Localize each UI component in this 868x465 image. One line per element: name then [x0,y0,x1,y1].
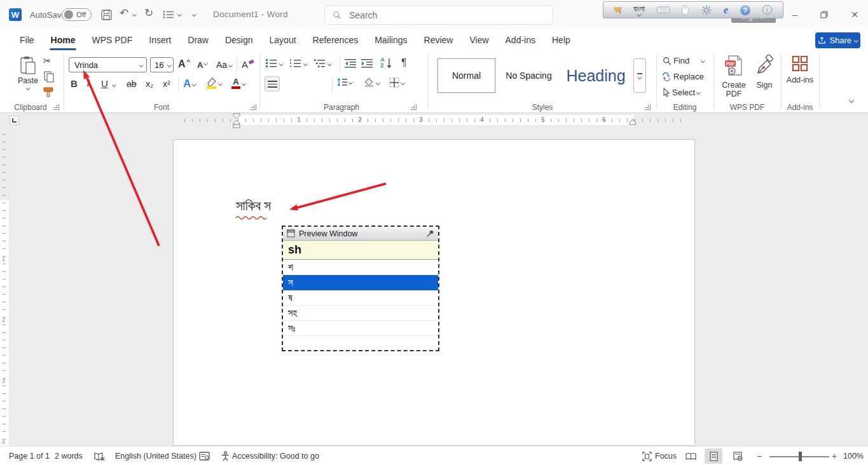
font-name-combo[interactable]: Vrinda [69,57,147,72]
share-button[interactable]: Share [815,32,860,48]
avro-info-icon[interactable]: i [762,5,772,15]
clear-formatting-button[interactable]: A [242,59,254,70]
restore-button[interactable] [810,0,838,29]
preview-option[interactable]: সঃ [283,321,438,336]
read-mode-button[interactable] [682,448,699,464]
tab-draw[interactable]: Draw [179,30,217,50]
save-icon[interactable] [101,10,112,20]
word-count[interactable]: 2 words [55,447,83,465]
web-layout-button[interactable] [729,448,747,464]
avro-logo-icon[interactable]: অ [614,4,621,17]
editor-settings-icon[interactable] [199,452,210,461]
tab-references[interactable]: References [305,30,367,50]
tab-layout[interactable]: Layout [261,30,305,50]
redo-button[interactable]: ↻ [144,8,153,18]
bullet-list-qat-icon[interactable] [163,10,174,19]
preview-option[interactable]: শ [283,260,438,275]
find-button[interactable]: Find [663,56,705,65]
borders-button[interactable] [389,78,404,88]
sort-button[interactable]: AZ [380,57,392,69]
qat-more-icon[interactable] [192,12,196,16]
underline-button[interactable]: U [101,78,108,89]
minimize-button[interactable]: – [781,0,809,29]
tab-help[interactable]: Help [544,30,579,50]
tab-home[interactable]: Home [43,30,84,50]
styles-dialog-launcher[interactable] [645,104,651,110]
bullets-button[interactable] [266,58,277,68]
tab-add-ins[interactable]: Add-ins [497,30,544,50]
strikethrough-button[interactable]: ab [127,79,137,89]
zoom-out-button[interactable]: − [757,447,762,465]
replace-button[interactable]: Replace [661,72,704,81]
preview-option[interactable]: সহ [283,306,438,321]
avro-settings-gear-icon[interactable] [701,5,712,15]
tab-selector[interactable] [10,116,19,125]
document-text[interactable]: সাকিব স [236,198,271,214]
tab-view[interactable]: View [461,30,497,50]
style-heading[interactable]: Heading [561,58,631,93]
avro-keyboard-icon[interactable] [657,6,670,13]
multilevel-dropdown-icon[interactable] [327,62,331,65]
autosave-toggle[interactable]: Off [62,8,92,21]
tab-mailings[interactable]: Mailings [366,30,415,50]
proofing-error-icon[interactable] [94,452,105,461]
preview-window-titlebar[interactable]: Preview Window [283,227,438,241]
increase-indent-button[interactable] [361,58,373,68]
preview-option[interactable]: ষ [283,290,438,306]
numbering-dropdown-icon[interactable] [303,62,307,65]
create-pdf-button[interactable]: PDF Create PDF [719,55,749,99]
avro-ie-icon[interactable]: e [724,4,729,17]
superscript-button[interactable]: x² [163,79,170,89]
search-box[interactable] [324,5,553,25]
avro-mouse-icon[interactable] [681,5,689,15]
change-case-button[interactable]: Aa [216,60,232,70]
style-normal[interactable]: Normal [437,58,495,93]
subscript-button[interactable]: x₂ [146,79,153,89]
font-color-button[interactable]: A [231,78,245,89]
collapse-ribbon-icon[interactable] [849,98,854,103]
focus-button[interactable]: Focus [655,447,677,465]
show-formatting-button[interactable]: ¶ [401,57,407,69]
line-spacing-button[interactable] [337,78,352,87]
add-ins-button[interactable]: Add-ins [783,55,816,84]
preview-option-selected[interactable]: স [283,275,438,290]
grow-font-button[interactable]: A^ [178,58,190,70]
clipboard-dialog-launcher[interactable] [53,104,59,110]
pin-icon[interactable] [426,229,434,238]
paragraph-dialog-launcher[interactable] [411,104,417,110]
tab-design[interactable]: Design [217,30,261,50]
tab-review[interactable]: Review [416,30,462,50]
print-layout-button[interactable] [705,448,722,464]
page-indicator[interactable]: Page 1 of 1 [9,447,50,465]
align-left-button[interactable] [265,76,280,91]
indent-markers[interactable] [231,113,242,129]
underline-dropdown-icon[interactable] [112,83,116,86]
shading-button[interactable] [364,78,380,88]
avro-language-selector[interactable]: বাংলা [633,4,645,16]
italic-button[interactable]: I [86,78,90,89]
styles-gallery-more-button[interactable] [633,58,646,93]
style-no-spacing[interactable]: No Spacing [499,58,559,93]
numbering-button[interactable] [290,58,301,68]
shrink-font-button[interactable]: A [197,60,207,70]
avro-help-icon[interactable]: ? [740,5,750,15]
bullets-dropdown-icon[interactable] [279,62,283,65]
search-input[interactable] [348,10,526,21]
bold-button[interactable]: B [71,78,78,89]
sign-button[interactable]: Sign [752,55,777,90]
close-button[interactable]: × [841,0,868,29]
accessibility-status[interactable]: Accessibility: Good to go [232,447,319,465]
tab-wps-pdf[interactable]: WPS PDF [83,30,141,50]
zoom-level[interactable]: 100% [843,447,864,465]
cut-button[interactable]: ✂ [43,55,52,67]
bullet-list-dropdown-icon[interactable] [177,12,181,16]
tab-insert[interactable]: Insert [141,30,179,50]
accessibility-icon[interactable] [221,451,230,461]
undo-dropdown-icon[interactable] [132,12,136,16]
zoom-in-button[interactable]: + [832,447,837,465]
undo-button[interactable]: ↶ [120,8,128,18]
highlight-button[interactable] [206,78,222,89]
zoom-slider-thumb[interactable] [799,452,802,461]
font-dialog-launcher[interactable] [251,104,256,110]
copy-button[interactable] [44,71,54,83]
